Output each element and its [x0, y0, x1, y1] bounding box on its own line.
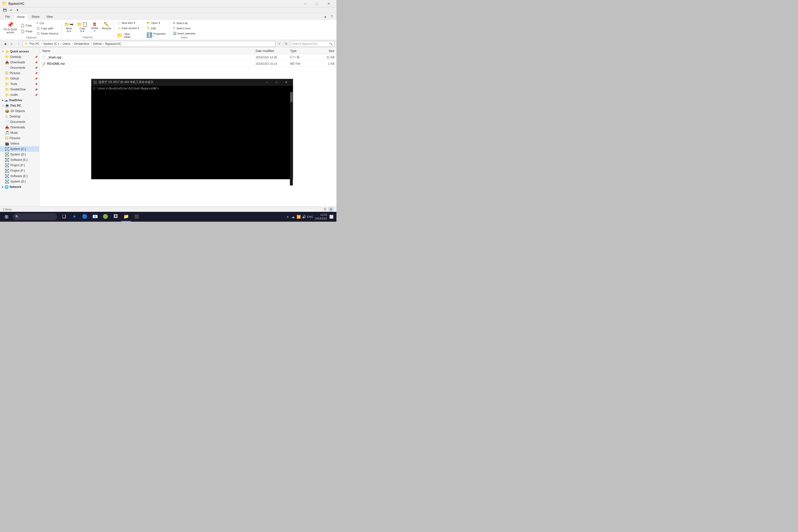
- sidebar-item-github[interactable]: 📁 Github 📌: [0, 76, 39, 81]
- taskbar-clock[interactable]: 13:25 2018/10/2: [315, 213, 327, 221]
- open-button[interactable]: 📂Open ▾: [145, 21, 162, 25]
- sidebar-item-tools[interactable]: 📁 Tools 📌: [0, 81, 39, 87]
- terminal-maximize-button[interactable]: □: [272, 79, 281, 86]
- column-date-modified[interactable]: Date modified: [256, 49, 290, 53]
- taskbar-cloud-icon[interactable]: ☁: [291, 214, 295, 219]
- taskbar-app-chrome[interactable]: 🟢: [100, 212, 110, 222]
- sidebar-item-system-d[interactable]: 💽 System (D:): [0, 152, 39, 157]
- terminal-content[interactable]: C:\Users\DoubleSine\Github\BypassUAC>: [91, 86, 293, 179]
- sidebar-item-rootfs[interactable]: 📁 rootfs 📌: [0, 92, 39, 97]
- sidebar-item-software-e2[interactable]: 💽 Software (E:): [0, 173, 39, 179]
- minimize-button[interactable]: ─: [300, 0, 311, 7]
- rename-button[interactable]: ✏️ Rename: [100, 21, 112, 31]
- sidebar-item-doublesine[interactable]: 📁 DoubleSine 📌: [0, 87, 39, 92]
- breadcrumb-doublesine[interactable]: DoubleSine: [74, 42, 89, 45]
- sidebar-item-downloads[interactable]: 📥 Downloads 📌: [0, 60, 39, 65]
- terminal-close-button[interactable]: ✕: [282, 79, 291, 86]
- taskbar-network-icon[interactable]: 📶: [296, 214, 301, 219]
- table-row[interactable]: 📄 _tmain.cpp 2018/10/2 14:28 C++ 源 21 KB: [39, 54, 337, 61]
- view-list-button[interactable]: ☰: [323, 207, 327, 212]
- sidebar-item-3d-objects[interactable]: 📦 3D Objects: [0, 108, 39, 114]
- select-none-button[interactable]: ☐Select none: [171, 26, 192, 31]
- copy-path-button[interactable]: 📋Copy path: [35, 26, 60, 31]
- cut-button[interactable]: ✂Cut: [35, 21, 60, 25]
- taskbar-search[interactable]: 🔍: [13, 213, 57, 220]
- sidebar-item-project-f[interactable]: 💽 Project (F:): [0, 163, 39, 168]
- column-name[interactable]: Name: [41, 49, 256, 53]
- taskbar-app-photos[interactable]: 🖼: [111, 212, 121, 222]
- address-bar[interactable]: 📁 This PC > System (C:) > Users > Double…: [23, 41, 276, 47]
- edit-button[interactable]: ✏️Edit: [145, 26, 158, 31]
- ribbon-collapse-button[interactable]: ▲: [323, 14, 328, 19]
- taskbar-app-mail[interactable]: 📧: [90, 212, 100, 222]
- sidebar-item-system-d2[interactable]: 💽 System (D:): [0, 179, 39, 184]
- copy-to-button[interactable]: 📁📋 Copyto ▾: [76, 21, 89, 34]
- search-bar[interactable]: Search BypassUAC 🔍: [290, 41, 335, 47]
- taskbar-app-cortana[interactable]: ●: [70, 212, 79, 222]
- invert-selection-button[interactable]: 🔄Invert selection: [171, 31, 197, 36]
- close-button[interactable]: ✕: [323, 0, 335, 7]
- sidebar-item-documents-pc[interactable]: 📄 Documents: [0, 119, 39, 125]
- taskbar-app-explorer[interactable]: 📁: [121, 212, 131, 222]
- column-size[interactable]: Size: [315, 49, 335, 53]
- sidebar-section-quick-access[interactable]: ▼ ⭐ Quick access: [0, 49, 39, 54]
- up-button[interactable]: ↑: [16, 41, 22, 47]
- sidebar-section-network[interactable]: ▶ 🌐 Network: [0, 184, 39, 190]
- start-button[interactable]: ⊞: [1, 212, 12, 222]
- maximize-button[interactable]: □: [311, 0, 323, 7]
- breadcrumb-bypassuac[interactable]: BypassUAC: [106, 42, 121, 45]
- breadcrumb-system-c[interactable]: System (C:): [43, 42, 59, 45]
- easy-access-button[interactable]: ⚡Easy access ▾: [115, 26, 141, 31]
- taskbar-chevron-icon[interactable]: ∧: [285, 214, 290, 219]
- copy-button[interactable]: 📋 Copy: [19, 23, 34, 28]
- terminal-minimize-button[interactable]: ─: [262, 79, 272, 86]
- tab-view[interactable]: View: [43, 14, 56, 19]
- taskbar-volume-icon[interactable]: 🔊: [302, 214, 306, 219]
- new-item-button[interactable]: 📄New item ▾: [115, 21, 137, 25]
- sidebar-item-project-f2[interactable]: 💽 Project (F:): [0, 168, 39, 173]
- sidebar-item-desktop-pc[interactable]: 🖥 Desktop: [0, 114, 39, 119]
- select-all-button[interactable]: ☑Select all: [171, 21, 189, 25]
- breadcrumb-github[interactable]: Github: [93, 42, 101, 45]
- taskbar-app-terminal[interactable]: ⬛: [132, 212, 141, 222]
- sidebar-item-pictures-pc[interactable]: 🖼 Pictures: [0, 135, 39, 141]
- taskbar-lang[interactable]: ENG: [307, 215, 313, 218]
- refresh-button[interactable]: ↻: [283, 41, 289, 47]
- back-button[interactable]: ◀: [2, 41, 8, 47]
- quick-toolbar-dropdown[interactable]: ▾: [15, 8, 20, 13]
- view-details-button[interactable]: ⊞: [328, 207, 334, 212]
- sidebar-item-videos[interactable]: 🎬 Videos: [0, 141, 39, 146]
- sidebar-item-music[interactable]: 🎵 Music: [0, 130, 39, 135]
- breadcrumb-this-pc[interactable]: This PC: [29, 42, 40, 45]
- paste-button[interactable]: 📋 Paste: [19, 28, 34, 34]
- taskbar-notification-icon[interactable]: ⬜: [329, 214, 334, 219]
- breadcrumb-users[interactable]: Users: [62, 42, 70, 45]
- terminal-scrollbar[interactable]: [290, 92, 293, 186]
- sidebar-item-pictures[interactable]: 🖼 Pictures 📌: [0, 71, 39, 76]
- table-row[interactable]: 📝 README.md 2018/10/2 15:14 MD File 1 KB: [39, 61, 337, 67]
- sidebar-item-software-e[interactable]: 💽 Software (E:): [0, 157, 39, 163]
- tab-share[interactable]: Share: [28, 14, 43, 19]
- taskbar-app-task-view[interactable]: ❑: [59, 212, 69, 222]
- sidebar-item-downloads-pc[interactable]: 📥 Downloads: [0, 125, 39, 130]
- sidebar-section-onedrive[interactable]: ▶ ☁ OneDrive: [0, 97, 39, 103]
- help-button[interactable]: ?: [329, 14, 335, 19]
- pin-to-quick-access-button[interactable]: 📌 Pin to Quickaccess: [2, 21, 18, 36]
- delete-button[interactable]: 🗑 Delete▾: [90, 21, 99, 33]
- sidebar-section-this-pc[interactable]: ▼ 💻 This PC: [0, 103, 39, 108]
- properties-button[interactable]: ℹ️ Properties ▾: [145, 31, 167, 39]
- undo-quick-button[interactable]: ↩: [8, 8, 14, 13]
- save-quick-button[interactable]: 💾: [2, 8, 7, 13]
- tab-home[interactable]: Home: [14, 14, 28, 20]
- taskbar-app-vscode[interactable]: 🔵: [80, 212, 90, 222]
- tab-file[interactable]: File: [2, 14, 13, 19]
- move-to-button[interactable]: 📁➡ Moveto ▾: [63, 21, 75, 34]
- sidebar-item-system-c[interactable]: 💽 System (C:): [0, 146, 39, 152]
- column-type[interactable]: Type: [290, 49, 315, 53]
- sidebar-item-documents[interactable]: 📄 Documents 📌: [0, 65, 39, 71]
- search-icon[interactable]: 🔍: [329, 42, 333, 45]
- new-folder-button[interactable]: 📁 Newfolder: [115, 32, 132, 39]
- forward-button[interactable]: ▶: [9, 41, 15, 47]
- paste-shortcut-button[interactable]: 📋Paste shortcut: [35, 31, 60, 36]
- address-dropdown-button[interactable]: ▾: [276, 41, 282, 47]
